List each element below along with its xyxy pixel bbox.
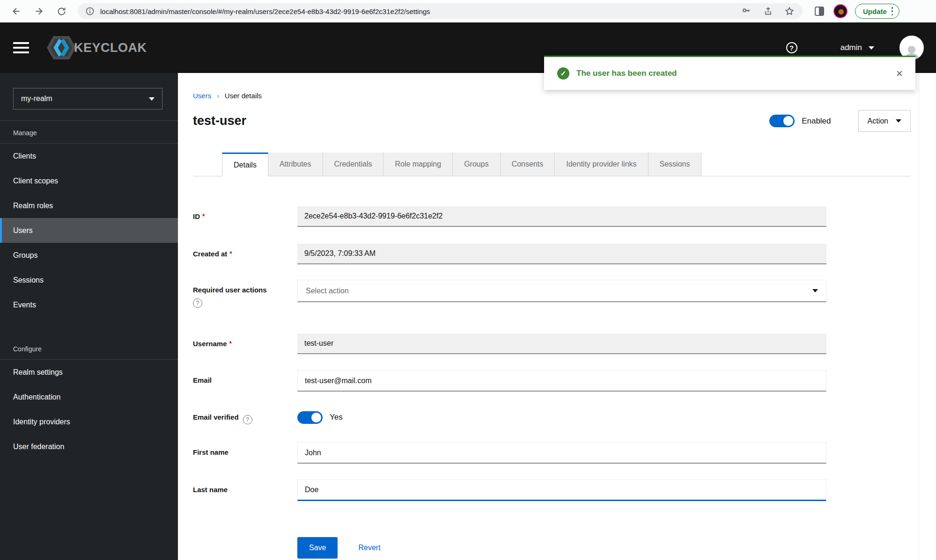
bookmark-star-icon[interactable] — [784, 6, 795, 17]
email-verified-state: Yes — [330, 413, 343, 422]
page-title: test-user — [193, 114, 246, 128]
toast-close-icon[interactable] — [896, 68, 903, 79]
user-details-form: ID Created at Required user actions Sele… — [193, 206, 911, 559]
action-dropdown-caret-icon — [896, 119, 901, 123]
tab-role-mapping[interactable]: Role mapping — [383, 153, 453, 176]
tab-credentials[interactable]: Credentials — [323, 153, 384, 176]
last-name-field[interactable] — [297, 480, 826, 501]
required-user-actions-label: Required user actions — [193, 280, 297, 308]
realm-selector[interactable]: my-realm — [13, 88, 162, 109]
enabled-toggle[interactable] — [769, 115, 795, 127]
sidebar-item-realm-settings[interactable]: Realm settings — [0, 360, 178, 385]
success-toast: The user has been created — [544, 56, 915, 90]
help-icon[interactable]: ? — [786, 42, 797, 53]
toast-message: The user has been created — [576, 69, 677, 78]
select-caret-icon — [812, 289, 818, 292]
enabled-toggle-label: Enabled — [802, 116, 831, 126]
site-info-icon[interactable] — [85, 7, 95, 16]
keycloak-logo: KEYCLOAK — [45, 33, 147, 62]
realm-selector-value: my-realm — [21, 95, 52, 103]
breadcrumb-separator-icon: › — [217, 92, 219, 100]
tab-attributes[interactable]: Attributes — [268, 153, 323, 176]
back-icon[interactable] — [10, 5, 22, 17]
required-user-actions-help-icon[interactable] — [193, 298, 202, 308]
chrome-update-button[interactable]: Update — [855, 4, 899, 19]
revert-button[interactable]: Revert — [358, 544, 380, 552]
update-label: Update — [863, 7, 887, 15]
forward-icon[interactable] — [33, 5, 45, 17]
username-field-label: Username — [193, 334, 297, 348]
email-field-label: Email — [193, 370, 297, 384]
id-field-label: ID — [193, 206, 297, 220]
content-right-edge — [919, 73, 919, 560]
side-panel-icon[interactable] — [815, 7, 824, 16]
browser-toolbar: localhost:8081/admin/master/console/#/my… — [0, 0, 936, 22]
sidebar-section-manage: Manage — [0, 121, 178, 143]
reload-icon[interactable] — [55, 5, 67, 17]
password-key-icon[interactable] — [741, 6, 752, 17]
share-icon[interactable] — [762, 6, 774, 17]
created-at-field[interactable] — [297, 244, 826, 264]
action-dropdown-label: Action — [868, 117, 888, 125]
hamburger-menu-icon[interactable] — [13, 42, 29, 53]
sidebar: my-realm Manage Clients Client scopes Re… — [0, 73, 178, 560]
tab-fill — [701, 153, 911, 176]
last-name-field-label: Last name — [193, 480, 297, 494]
browser-menu-icon[interactable] — [892, 7, 893, 15]
sidebar-item-sessions[interactable]: Sessions — [0, 268, 178, 292]
breadcrumb-current: User details — [225, 92, 262, 100]
sidebar-item-events[interactable]: Events — [0, 292, 178, 317]
tab-bar: Details Attributes Credentials Role mapp… — [193, 153, 911, 176]
user-menu-caret-icon[interactable] — [869, 46, 874, 50]
required-user-actions-select[interactable]: Select action — [297, 280, 826, 302]
address-bar[interactable]: localhost:8081/admin/master/console/#/my… — [78, 3, 803, 19]
tab-identity-provider-links[interactable]: Identity provider links — [555, 153, 648, 176]
tab-details[interactable]: Details — [222, 153, 268, 176]
main-content: Users › User details test-user Enabled A… — [178, 73, 936, 560]
save-button[interactable]: Save — [297, 537, 338, 559]
sidebar-item-groups[interactable]: Groups — [0, 243, 178, 268]
first-name-field-label: First name — [193, 442, 297, 456]
sidebar-item-identity-providers[interactable]: Identity providers — [0, 409, 178, 434]
breadcrumb: Users › User details — [193, 92, 911, 100]
email-verified-toggle[interactable] — [297, 411, 323, 424]
username-field[interactable] — [297, 334, 826, 354]
sidebar-section-configure: Configure — [0, 337, 178, 359]
tab-groups[interactable]: Groups — [453, 153, 500, 176]
user-menu-label[interactable]: admin — [840, 43, 862, 52]
email-verified-label: Email verified — [193, 407, 297, 424]
required-user-actions-placeholder: Select action — [306, 287, 349, 295]
sidebar-item-authentication[interactable]: Authentication — [0, 385, 178, 409]
action-dropdown[interactable]: Action — [858, 110, 911, 132]
tab-sessions[interactable]: Sessions — [649, 153, 702, 176]
sidebar-item-client-scopes[interactable]: Client scopes — [0, 168, 178, 193]
tab-spacer — [193, 153, 222, 176]
browser-profile-avatar[interactable] — [833, 4, 848, 18]
sidebar-item-realm-roles[interactable]: Realm roles — [0, 193, 178, 218]
sidebar-item-user-federation[interactable]: User federation — [0, 434, 178, 459]
created-at-field-label: Created at — [193, 244, 297, 258]
keycloak-hexagon-icon — [45, 33, 78, 62]
email-field[interactable] — [297, 370, 826, 392]
keycloak-wordmark: KEYCLOAK — [74, 41, 147, 55]
sidebar-item-clients[interactable]: Clients — [0, 144, 178, 168]
success-check-icon — [557, 67, 569, 80]
breadcrumb-users-link[interactable]: Users — [193, 92, 211, 100]
realm-selector-caret-icon — [149, 97, 155, 101]
email-verified-help-icon[interactable] — [243, 415, 252, 424]
first-name-field[interactable] — [297, 442, 826, 464]
sidebar-item-users[interactable]: Users — [0, 218, 178, 243]
url-text: localhost:8081/admin/master/console/#/my… — [100, 7, 730, 15]
id-field[interactable] — [297, 206, 826, 227]
tab-consents[interactable]: Consents — [501, 153, 555, 176]
